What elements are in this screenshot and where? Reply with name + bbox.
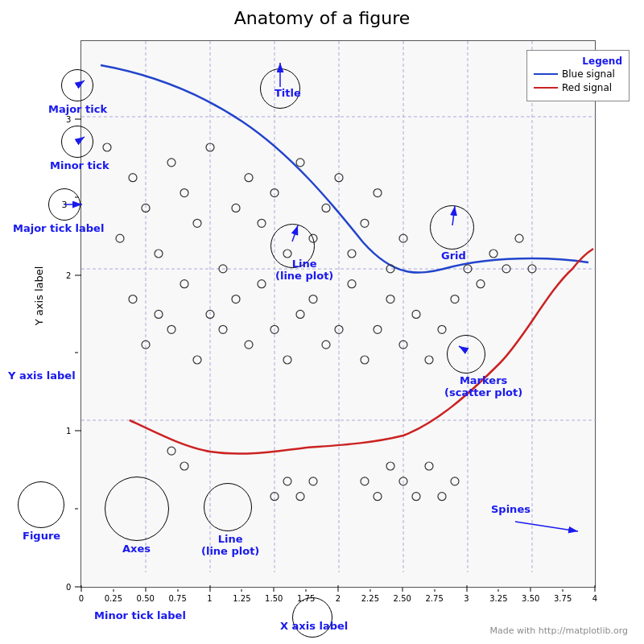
markers-circle — [447, 335, 485, 374]
line-label-1: Line(line plot) — [275, 258, 333, 282]
x-tick-label: 3 — [464, 594, 469, 603]
x-tick-label: 2.25 — [361, 594, 379, 603]
y-tick-mark — [75, 509, 78, 510]
main-container: Anatomy of a figure — [0, 0, 644, 644]
y-axis-label-annotation: Y axis label — [8, 369, 76, 382]
y-tick-label: 3 — [66, 114, 71, 123]
figure-circle — [18, 481, 64, 528]
axes-label: Axes — [122, 543, 151, 555]
legend-item-blue: Blue signal — [534, 68, 622, 80]
x-tick-label: 1 — [207, 594, 212, 603]
red-signal-curve — [130, 249, 593, 454]
y-tick-label: 2 — [66, 270, 71, 279]
grid-annotation: Grid — [441, 250, 466, 262]
x-tick-label: 2 — [336, 594, 341, 603]
x-tick-mark — [595, 585, 596, 592]
figure-label: Figure — [23, 530, 60, 542]
line-label-2: Line(line plot) — [201, 533, 259, 557]
legend-label-red: Red signal — [562, 82, 612, 93]
x-tick-mark — [530, 588, 531, 592]
x-tick-mark — [274, 588, 275, 592]
x-tick-mark — [563, 589, 564, 592]
legend-line-red — [534, 87, 558, 89]
x-tick-label: 1.25 — [233, 594, 250, 603]
x-tick-label: 0.50 — [137, 594, 155, 603]
x-tick-label: 3.25 — [489, 594, 507, 603]
y-tick-label: 1 — [66, 427, 71, 436]
major-tick-label-text: Major tick — [48, 103, 107, 115]
x-tick-mark — [369, 589, 370, 592]
x-tick-mark — [306, 589, 307, 592]
minor-tick-circle — [61, 126, 93, 158]
y-tick-mark — [75, 353, 78, 353]
x-tick-label: 4 — [592, 594, 597, 603]
markers-label: Markers(scatter plot) — [444, 374, 522, 398]
y-tick-mark — [75, 118, 81, 119]
x-tick-mark — [113, 589, 114, 592]
line-circle-2 — [204, 483, 252, 531]
legend-box: Legend Blue signal Red signal — [526, 50, 630, 101]
x-tick-label: 0.75 — [168, 594, 186, 603]
x-tick-mark — [466, 585, 467, 592]
spines-label: Spines — [491, 503, 530, 515]
x-tick-label: 3.75 — [554, 594, 572, 603]
x-axis-label-annotation: X axis label — [280, 620, 348, 632]
legend-item-red: Red signal — [534, 82, 622, 93]
x-tick-mark — [338, 585, 339, 592]
x-tick-label: 2.50 — [394, 594, 411, 603]
x-tick-label: 1.50 — [265, 594, 283, 603]
x-tick-mark — [145, 588, 146, 592]
x-tick-mark — [242, 589, 242, 592]
major-tick-circle — [61, 69, 93, 101]
x-tick-mark — [209, 585, 210, 592]
made-with-text: Made with http://matplotlib.org — [490, 625, 629, 636]
y-tick-mark — [75, 587, 81, 588]
legend-label-blue: Blue signal — [562, 68, 615, 80]
x-tick-label: 3.50 — [522, 594, 539, 603]
title-annotation: Title — [275, 87, 301, 99]
major-tick-number: 3 — [62, 200, 68, 210]
x-tick-mark — [498, 589, 499, 592]
grid-circle — [430, 205, 474, 250]
blue-signal-curve — [101, 65, 588, 273]
x-tick-mark — [402, 588, 402, 592]
minor-tick-label-text: Minor tick — [50, 159, 109, 171]
legend-title: Legend — [534, 56, 622, 67]
minor-tick-label-annotation: Minor tick label — [94, 609, 186, 621]
y-tick-mark — [75, 431, 81, 431]
legend-line-blue — [534, 73, 558, 75]
x-tick-mark — [177, 589, 178, 592]
major-tick-label-circle: 3 — [48, 188, 80, 221]
y-tick-mark — [75, 275, 81, 275]
y-axis-label: Y axis label — [33, 266, 45, 326]
axes-circle — [105, 477, 169, 541]
x-tick-label: 0.25 — [105, 594, 122, 603]
chart-title: Anatomy of a figure — [0, 8, 644, 28]
major-tick-label-annotation: Major tick label — [13, 222, 104, 234]
x-tick-label: 0 — [79, 594, 84, 603]
x-tick-label: 2.75 — [425, 594, 443, 603]
x-tick-mark — [434, 589, 435, 592]
y-tick-label: 0 — [66, 583, 71, 592]
